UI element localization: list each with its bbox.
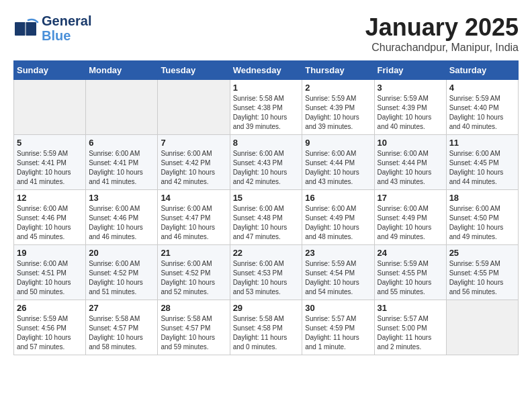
day-number: 27 [89,303,154,313]
day-number: 21 [161,248,226,258]
day-info: Sunrise: 6:00 AMSunset: 4:45 PMDaylight:… [449,149,515,187]
calendar-cell: 31Sunrise: 5:57 AMSunset: 5:00 PMDayligh… [374,300,446,355]
day-info: Sunrise: 6:00 AMSunset: 4:41 PMDaylight:… [89,149,154,187]
day-info: Sunrise: 6:00 AMSunset: 4:49 PMDaylight:… [305,204,371,242]
calendar-cell: 19Sunrise: 6:00 AMSunset: 4:51 PMDayligh… [14,245,86,300]
calendar-cell: 6Sunrise: 6:00 AMSunset: 4:41 PMDaylight… [86,135,158,190]
weekday-header: Thursday [302,61,374,80]
calendar-cell: 1Sunrise: 5:58 AMSunset: 4:38 PMDaylight… [230,80,302,135]
calendar-cell [86,80,158,135]
day-info: Sunrise: 6:00 AMSunset: 4:46 PMDaylight:… [17,204,83,242]
day-number: 12 [17,193,83,203]
day-info: Sunrise: 6:00 AMSunset: 4:49 PMDaylight:… [378,204,443,242]
day-info: Sunrise: 6:00 AMSunset: 4:48 PMDaylight:… [233,204,300,242]
day-info: Sunrise: 6:00 AMSunset: 4:53 PMDaylight:… [233,259,300,297]
day-info: Sunrise: 5:59 AMSunset: 4:40 PMDaylight:… [449,94,515,132]
svg-rect-0 [15,22,26,36]
logo-general: General [42,13,91,28]
day-info: Sunrise: 5:58 AMSunset: 4:57 PMDaylight:… [161,314,226,352]
day-info: Sunrise: 6:00 AMSunset: 4:42 PMDaylight:… [161,149,226,187]
calendar-cell: 13Sunrise: 6:00 AMSunset: 4:46 PMDayligh… [86,190,158,245]
calendar-cell: 30Sunrise: 5:57 AMSunset: 4:59 PMDayligh… [302,300,374,355]
day-number: 22 [233,248,300,258]
day-info: Sunrise: 6:00 AMSunset: 4:43 PMDaylight:… [233,149,300,187]
calendar-cell: 18Sunrise: 6:00 AMSunset: 4:50 PMDayligh… [446,190,518,245]
calendar-cell: 15Sunrise: 6:00 AMSunset: 4:48 PMDayligh… [230,190,302,245]
calendar-cell: 5Sunrise: 5:59 AMSunset: 4:41 PMDaylight… [14,135,86,190]
day-number: 17 [378,193,443,203]
svg-rect-1 [26,22,36,36]
weekday-header: Tuesday [158,61,230,80]
calendar-cell: 12Sunrise: 6:00 AMSunset: 4:46 PMDayligh… [14,190,86,245]
day-info: Sunrise: 6:00 AMSunset: 4:52 PMDaylight:… [89,259,154,297]
day-number: 25 [449,248,515,258]
day-number: 3 [378,83,443,93]
day-number: 9 [305,138,371,148]
day-number: 23 [305,248,371,258]
day-number: 20 [89,248,154,258]
day-info: Sunrise: 5:59 AMSunset: 4:54 PMDaylight:… [305,259,371,297]
day-info: Sunrise: 5:57 AMSunset: 4:59 PMDaylight:… [305,314,371,352]
calendar-cell: 21Sunrise: 6:00 AMSunset: 4:52 PMDayligh… [158,245,230,300]
calendar-cell: 28Sunrise: 5:58 AMSunset: 4:57 PMDayligh… [158,300,230,355]
calendar-cell: 23Sunrise: 5:59 AMSunset: 4:54 PMDayligh… [302,245,374,300]
day-info: Sunrise: 5:59 AMSunset: 4:39 PMDaylight:… [378,94,443,132]
calendar-cell: 20Sunrise: 6:00 AMSunset: 4:52 PMDayligh… [86,245,158,300]
calendar-cell: 7Sunrise: 6:00 AMSunset: 4:42 PMDaylight… [158,135,230,190]
calendar-cell: 8Sunrise: 6:00 AMSunset: 4:43 PMDaylight… [230,135,302,190]
calendar-cell: 29Sunrise: 5:58 AMSunset: 4:58 PMDayligh… [230,300,302,355]
logo: General Blue [13,13,91,43]
day-info: Sunrise: 5:59 AMSunset: 4:55 PMDaylight:… [449,259,515,297]
day-number: 29 [233,303,300,313]
day-number: 15 [233,193,300,203]
calendar-header-row: SundayMondayTuesdayWednesdayThursdayFrid… [14,61,519,80]
calendar-cell: 17Sunrise: 6:00 AMSunset: 4:49 PMDayligh… [374,190,446,245]
calendar-week-row: 26Sunrise: 5:59 AMSunset: 4:56 PMDayligh… [14,300,519,355]
location-title: Churachandpur, Manipur, India [365,42,519,54]
weekday-header: Sunday [14,61,86,80]
day-number: 5 [17,138,83,148]
calendar-cell: 26Sunrise: 5:59 AMSunset: 4:56 PMDayligh… [14,300,86,355]
day-number: 14 [161,193,226,203]
calendar-week-row: 1Sunrise: 5:58 AMSunset: 4:38 PMDaylight… [14,80,519,135]
day-number: 8 [233,138,300,148]
calendar-table: SundayMondayTuesdayWednesdayThursdayFrid… [13,60,519,355]
day-info: Sunrise: 6:00 AMSunset: 4:44 PMDaylight:… [305,149,371,187]
calendar-cell [14,80,86,135]
calendar-week-row: 19Sunrise: 6:00 AMSunset: 4:51 PMDayligh… [14,245,519,300]
weekday-header: Friday [374,61,446,80]
day-info: Sunrise: 5:57 AMSunset: 5:00 PMDaylight:… [378,314,443,352]
day-info: Sunrise: 5:59 AMSunset: 4:55 PMDaylight:… [378,259,443,297]
calendar-cell [446,300,518,355]
day-number: 11 [449,138,515,148]
calendar-cell: 27Sunrise: 5:58 AMSunset: 4:57 PMDayligh… [86,300,158,355]
calendar-cell: 2Sunrise: 5:59 AMSunset: 4:39 PMDaylight… [302,80,374,135]
calendar-cell [158,80,230,135]
day-number: 2 [305,83,371,93]
title-area: January 2025 Churachandpur, Manipur, Ind… [365,13,519,54]
day-number: 10 [378,138,443,148]
day-number: 1 [233,83,300,93]
calendar-cell: 22Sunrise: 6:00 AMSunset: 4:53 PMDayligh… [230,245,302,300]
day-number: 13 [89,193,154,203]
day-info: Sunrise: 6:00 AMSunset: 4:46 PMDaylight:… [89,204,154,242]
day-info: Sunrise: 5:58 AMSunset: 4:58 PMDaylight:… [233,314,300,352]
day-number: 18 [449,193,515,203]
day-number: 24 [378,248,443,258]
day-info: Sunrise: 6:00 AMSunset: 4:52 PMDaylight:… [161,259,226,297]
calendar-week-row: 5Sunrise: 5:59 AMSunset: 4:41 PMDaylight… [14,135,519,190]
day-number: 4 [449,83,515,93]
calendar-cell: 10Sunrise: 6:00 AMSunset: 4:44 PMDayligh… [374,135,446,190]
day-info: Sunrise: 5:59 AMSunset: 4:56 PMDaylight:… [17,314,83,352]
day-number: 19 [17,248,83,258]
weekday-header: Monday [86,61,158,80]
day-number: 28 [161,303,226,313]
calendar-cell: 16Sunrise: 6:00 AMSunset: 4:49 PMDayligh… [302,190,374,245]
day-info: Sunrise: 6:00 AMSunset: 4:50 PMDaylight:… [449,204,515,242]
day-number: 31 [378,303,443,313]
day-number: 26 [17,303,83,313]
calendar-cell: 9Sunrise: 6:00 AMSunset: 4:44 PMDaylight… [302,135,374,190]
day-info: Sunrise: 6:00 AMSunset: 4:47 PMDaylight:… [161,204,226,242]
weekday-header: Wednesday [230,61,302,80]
day-info: Sunrise: 6:00 AMSunset: 4:44 PMDaylight:… [378,149,443,187]
